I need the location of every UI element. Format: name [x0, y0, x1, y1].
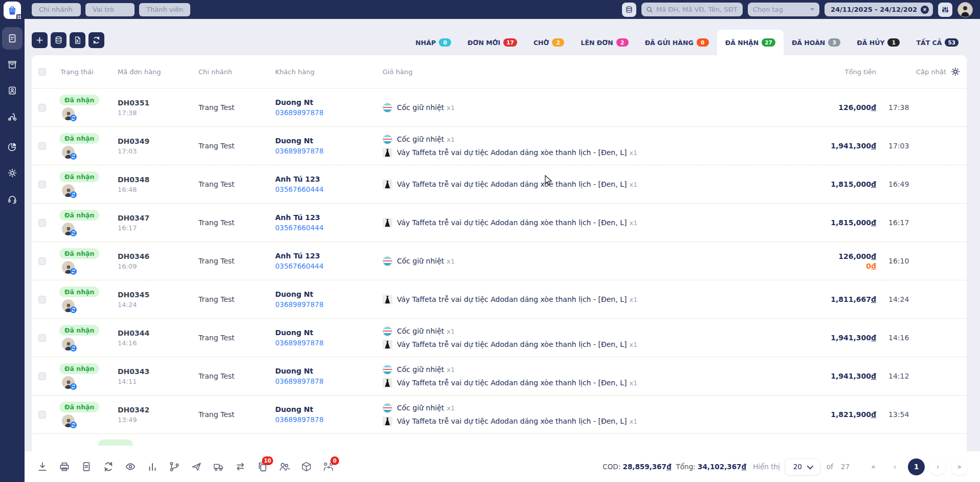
customer-name[interactable]: Duong Nt [275, 405, 374, 413]
row-checkbox[interactable] [38, 142, 46, 150]
customer-phone[interactable]: 03689897878 [275, 147, 323, 155]
table-row[interactable]: Đã nhận DH0346 16:09 Trang Test Anh Tú 1… [32, 242, 967, 280]
refresh-icon[interactable] [103, 461, 114, 472]
cart-item[interactable]: Váy Taffeta trễ vai dự tiệc Adodan dáng … [383, 340, 793, 349]
cart-item[interactable]: Cốc giữ nhiệtx1 [383, 103, 793, 113]
branch-icon[interactable] [169, 461, 180, 472]
customer-phone[interactable]: 03689897878 [275, 339, 323, 347]
users-icon[interactable] [279, 461, 290, 472]
table-row[interactable]: Đã nhận DH0349 17:03 Trang Test Duong Nt… [32, 126, 967, 165]
customer-phone[interactable]: 03689897878 [275, 300, 323, 309]
cart-item[interactable]: Cốc giữ nhiệtx1 [383, 135, 793, 144]
printer-icon[interactable] [59, 461, 70, 472]
customer-name[interactable]: Anh Tú 123 [275, 252, 374, 260]
date-range-picker[interactable]: 24/11/2025 - 24/12/202 × [825, 3, 933, 16]
eye-icon[interactable] [125, 461, 136, 472]
row-checkbox[interactable] [38, 334, 46, 342]
customer-name[interactable]: Anh Tú 123 [275, 175, 374, 183]
customer-name[interactable]: Duong Nt [275, 328, 374, 337]
customer-phone[interactable]: 03689897878 [275, 415, 323, 424]
cart-item[interactable]: Váy Taffeta trễ vai dự tiệc Adodan dáng … [383, 417, 793, 426]
database-button[interactable] [51, 32, 66, 48]
row-checkbox[interactable] [38, 373, 46, 380]
table-row[interactable]: Đã nhận DH0343 14:11 Trang Test Duong Nt… [32, 357, 967, 395]
sidebar-item-support[interactable] [2, 188, 23, 210]
row-checkbox[interactable] [38, 104, 46, 112]
order-id[interactable]: DH0347 [118, 214, 190, 222]
download-icon[interactable] [37, 461, 48, 472]
page-size-select[interactable]: 20 [785, 458, 820, 475]
order-id[interactable]: DH0344 [118, 329, 190, 337]
customer-name[interactable]: Duong Nt [275, 290, 374, 298]
table-row[interactable]: Đã nhận DH0348 16:48 Trang Test Anh Tú 1… [32, 165, 967, 203]
tab-4[interactable]: ĐÃ GỬI HÀNG0 [637, 30, 717, 55]
cart-item[interactable]: Váy Taffeta trễ vai dự tiệc Adodan dáng … [383, 148, 793, 158]
cart-item[interactable]: Cốc giữ nhiệtx1 [383, 326, 793, 336]
row-checkbox[interactable] [38, 411, 46, 419]
row-checkbox[interactable] [38, 257, 46, 265]
package-icon[interactable] [301, 461, 312, 472]
order-id[interactable]: DH0342 [118, 406, 190, 414]
tab-1[interactable]: ĐƠN MỚI17 [459, 30, 525, 55]
customer-phone[interactable]: 03689897878 [275, 108, 323, 117]
order-id[interactable]: DH0343 [118, 367, 190, 376]
filter-chip[interactable]: Thành viên [139, 3, 190, 16]
tag-select[interactable]: Chọn tag [748, 3, 819, 16]
row-checkbox[interactable] [38, 181, 46, 188]
search-box[interactable] [641, 3, 743, 16]
table-row[interactable]: Đã nhận DH0342 13:49 Trang Test Duong Nt… [32, 395, 967, 433]
order-id[interactable]: DH0351 [118, 99, 190, 107]
cart-item[interactable]: Váy Taffeta trễ vai dự tiệc Adodan dáng … [383, 295, 793, 304]
plus-button[interactable] [32, 32, 48, 48]
row-checkbox[interactable] [38, 296, 46, 303]
tab-0[interactable]: NHÁP0 [407, 30, 459, 55]
filter-chip[interactable]: Vai trò [85, 3, 135, 16]
swap-icon[interactable] [235, 461, 246, 472]
table-row[interactable]: Đã nhận DH0347 16:17 Trang Test Anh Tú 1… [32, 203, 967, 242]
order-id[interactable]: DH0348 [118, 176, 190, 184]
clear-date-icon[interactable]: × [921, 6, 929, 14]
document-icon[interactable] [81, 461, 92, 472]
tab-6[interactable]: ĐÃ HOÀN3 [784, 30, 849, 55]
current-page-button[interactable]: 1 [908, 458, 925, 475]
sidebar-item-warehouse[interactable] [2, 53, 23, 76]
filter-chip[interactable]: Chi nhánh [32, 3, 81, 16]
customer-phone[interactable]: 03567660444 [275, 262, 323, 270]
customer-name[interactable]: Duong Nt [275, 98, 374, 106]
coins-button[interactable] [622, 3, 636, 17]
customer-phone[interactable]: 03567660444 [275, 185, 323, 193]
gear-icon[interactable] [950, 67, 961, 77]
tab-2[interactable]: CHỜ2 [525, 30, 573, 55]
excel-button[interactable] [70, 32, 85, 48]
prev-page-button[interactable]: ‹ [886, 458, 903, 475]
cart-item[interactable]: Váy Taffeta trễ vai dự tiệc Adodan dáng … [383, 378, 793, 388]
sidebar-item-settings[interactable] [2, 162, 23, 184]
sidebar-item-reports[interactable] [2, 136, 23, 158]
next-page-button[interactable]: › [929, 458, 946, 475]
select-all-checkbox[interactable] [38, 68, 46, 76]
customer-name[interactable]: Duong Nt [275, 137, 374, 145]
cart-item[interactable]: Váy Taffeta trễ vai dự tiệc Adodan dáng … [383, 180, 793, 189]
cart-item[interactable]: Cốc giữ nhiệtx1 [383, 256, 793, 266]
first-page-button[interactable]: « [865, 458, 882, 475]
sidebar-item-orders[interactable] [2, 27, 23, 50]
cart-item[interactable]: Cốc giữ nhiệtx1 [383, 365, 793, 375]
truck-icon[interactable] [213, 461, 224, 472]
tab-8[interactable]: TẤT CẢ53 [908, 30, 967, 55]
cart-item[interactable]: Váy Taffeta trễ vai dự tiệc Adodan dáng … [383, 218, 793, 228]
sidebar-item-delivery[interactable] [2, 105, 23, 128]
order-id[interactable]: DH0345 [118, 291, 190, 299]
customer-name[interactable]: Duong Nt [275, 367, 374, 375]
send-icon[interactable] [191, 461, 202, 472]
handshake-icon[interactable]: 0 [323, 461, 334, 472]
advanced-filter-button[interactable] [938, 3, 952, 17]
customer-phone[interactable]: 03567660444 [275, 224, 323, 232]
cart-item[interactable]: Cốc giữ nhiệtx1 [383, 403, 793, 413]
app-logo[interactable] [4, 2, 21, 19]
sidebar-item-contacts[interactable] [2, 79, 23, 102]
row-checkbox[interactable] [38, 219, 46, 227]
table-row[interactable]: Đã nhận DH0344 14:16 Trang Test Duong Nt… [32, 318, 967, 357]
order-id[interactable]: DH0349 [118, 137, 190, 145]
bar-chart-icon[interactable] [147, 461, 158, 472]
table-row[interactable]: Đã nhận DH0345 14:24 Trang Test Duong Nt… [32, 280, 967, 318]
